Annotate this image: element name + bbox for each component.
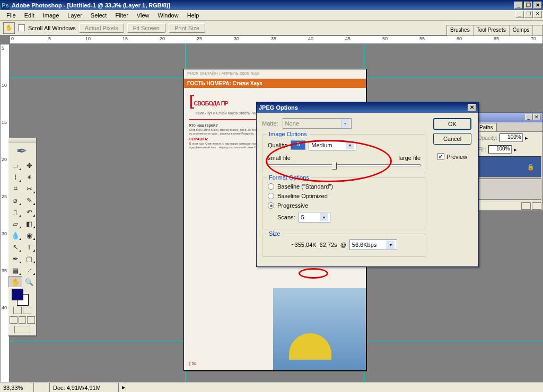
path-selection-tool[interactable]: ↖ [8, 241, 22, 253]
clone-stamp-tool[interactable]: ⎍ [8, 206, 22, 218]
minimize-button[interactable]: _ [514, 2, 523, 9]
preview-checkbox[interactable]: ✔ [437, 153, 444, 160]
baseline-optimized-label: Baseline Optimized [277, 193, 328, 199]
fit-screen-button[interactable]: Fit Screen [127, 23, 165, 33]
dodge-tool[interactable]: ◉ [22, 229, 36, 241]
panel-empty-area [477, 179, 541, 200]
menu-select[interactable]: Select [86, 11, 111, 20]
crop-tool[interactable]: ⌗ [8, 183, 22, 194]
standard-mode-icon[interactable] [13, 307, 22, 314]
size-legend: Size [267, 230, 282, 237]
tab-brushes[interactable]: Brushes [447, 25, 474, 35]
pen-tool[interactable]: ✒ [8, 253, 22, 264]
maximize-button[interactable]: ❐ [524, 2, 532, 9]
menu-layer[interactable]: Layer [63, 11, 86, 20]
quality-slider[interactable] [268, 164, 421, 166]
mdi-minimize[interactable]: _ [515, 11, 524, 18]
toolbox-grip[interactable] [8, 138, 36, 142]
mdi-close[interactable]: ✕ [533, 11, 542, 18]
slice-tool[interactable]: ✂ [22, 183, 36, 194]
layers-panel[interactable]: _ ✕ Paths Opacity: 100%▸ Fill: 100%▸ 🔒 [475, 112, 543, 202]
horizontal-ruler[interactable]: 0 5 10 15 20 25 30 35 40 45 50 55 60 65 … [10, 35, 543, 44]
dialog-titlebar[interactable]: JPEG Options ✕ [257, 102, 478, 113]
color-swatches [8, 288, 36, 306]
panel-titlebar[interactable]: _ ✕ [476, 113, 542, 122]
tab-tool-presets[interactable]: Tool Presets [474, 25, 510, 35]
screen-mode-standard-icon[interactable] [10, 316, 17, 324]
cancel-button[interactable]: Cancel [433, 133, 471, 145]
notes-tool[interactable]: ▤ [8, 264, 22, 276]
chevron-down-icon: ▾ [341, 119, 349, 128]
size-at-symbol: @ [340, 242, 346, 248]
panel-close-button[interactable]: ✕ [533, 114, 540, 120]
zoom-tool[interactable]: 🔍 [22, 276, 36, 288]
opacity-flyout-arrow[interactable]: ▸ [525, 135, 528, 141]
baseline-optimized-radio[interactable] [268, 193, 274, 199]
marquee-tool[interactable]: ▭ [8, 159, 22, 171]
menu-file[interactable]: File [2, 11, 20, 20]
menu-view[interactable]: View [133, 11, 154, 20]
print-size-button[interactable]: Print Size [169, 23, 205, 33]
connection-speed-dropdown[interactable]: 56.6Kbps ▾ [349, 239, 397, 250]
menu-edit[interactable]: Edit [20, 11, 39, 20]
delete-layer-icon[interactable] [532, 202, 541, 210]
hand-tool[interactable]: ✋ [8, 276, 22, 288]
healing-brush-tool[interactable]: ⌀ [8, 194, 22, 206]
panel-minimize-button[interactable]: _ [525, 114, 532, 120]
lasso-tool[interactable]: ⌇ [8, 171, 22, 183]
format-options-legend: Format Options [267, 174, 311, 181]
doc-tent [289, 333, 331, 360]
shape-tool[interactable]: ▢ [22, 253, 36, 264]
new-layer-icon[interactable] [521, 202, 531, 210]
menu-window[interactable]: Window [154, 11, 183, 20]
mdi-buttons: _ ❐ ✕ [515, 11, 542, 18]
quality-input[interactable]: 5 [291, 140, 305, 150]
fill-flyout-arrow[interactable]: ▸ [514, 146, 517, 153]
status-icon[interactable] [34, 383, 50, 392]
scans-dropdown[interactable]: 5 ▾ [299, 212, 330, 222]
status-flyout-arrow[interactable]: ▶ [119, 383, 126, 392]
menu-help[interactable]: Help [183, 11, 204, 20]
magic-wand-tool[interactable]: ✴ [22, 171, 36, 183]
progressive-radio[interactable] [268, 202, 274, 209]
tab-comps[interactable]: Comps [510, 25, 533, 35]
scroll-all-label: Scroll All Windows [28, 25, 76, 31]
eyedropper-tool[interactable]: ⟋ [22, 264, 36, 276]
scroll-all-checkbox[interactable] [18, 24, 25, 31]
toolbox[interactable]: ✒ ▭ ✥ ⌇ ✴ ⌗ ✂ ⌀ ✎ ⎍ ↶ ▱ ◧ 💧 ◉ ↖ T ✒ ▢ ▤ … [8, 138, 37, 336]
matte-dropdown: None ▾ [283, 118, 352, 129]
zoom-level[interactable]: 33,33% [0, 383, 34, 392]
jpeg-options-dialog[interactable]: JPEG Options ✕ Matte: None ▾ Image Optio… [256, 102, 479, 267]
foreground-color[interactable] [12, 289, 23, 300]
layer-list[interactable]: 🔒 [477, 156, 541, 177]
menu-filter[interactable]: Filter [111, 11, 132, 20]
size-time: 62,72s [320, 242, 337, 248]
actual-pixels-button[interactable]: Actual Pixels [79, 23, 124, 33]
slider-thumb[interactable] [332, 162, 337, 170]
photoshop-icon: Ps [1, 1, 10, 10]
history-brush-tool[interactable]: ↶ [22, 206, 36, 218]
doc-mountain-photo [273, 288, 366, 370]
menu-image[interactable]: Image [39, 11, 64, 20]
quality-preset-dropdown[interactable]: Medium ▾ [309, 140, 356, 150]
screen-mode-full-icon[interactable] [27, 316, 35, 324]
type-tool[interactable]: T [22, 241, 36, 253]
doc-size: Doc: 4,91M/4,91M [50, 383, 119, 392]
imageready-jump-icon[interactable] [14, 326, 30, 333]
ok-button[interactable]: OK [433, 118, 471, 130]
move-tool[interactable]: ✥ [22, 159, 36, 171]
fill-input[interactable]: 100% [488, 145, 512, 154]
screen-mode-full-menubar-icon[interactable] [19, 316, 27, 324]
close-button[interactable]: ✕ [533, 2, 542, 9]
size-group: Size ~355,04K 62,72s @ 56.6Kbps ▾ [262, 234, 426, 257]
gradient-tool[interactable]: ◧ [22, 218, 36, 229]
dialog-close-button[interactable]: ✕ [468, 104, 476, 111]
hand-tool-icon[interactable]: ✋ [3, 22, 15, 34]
quickmask-mode-icon[interactable] [23, 307, 31, 314]
baseline-standard-radio[interactable] [268, 183, 274, 190]
blur-tool[interactable]: 💧 [8, 229, 22, 241]
brush-tool[interactable]: ✎ [22, 194, 36, 206]
opacity-input[interactable]: 100% [500, 133, 523, 142]
eraser-tool[interactable]: ▱ [8, 218, 22, 229]
mdi-restore[interactable]: ❐ [524, 11, 533, 18]
